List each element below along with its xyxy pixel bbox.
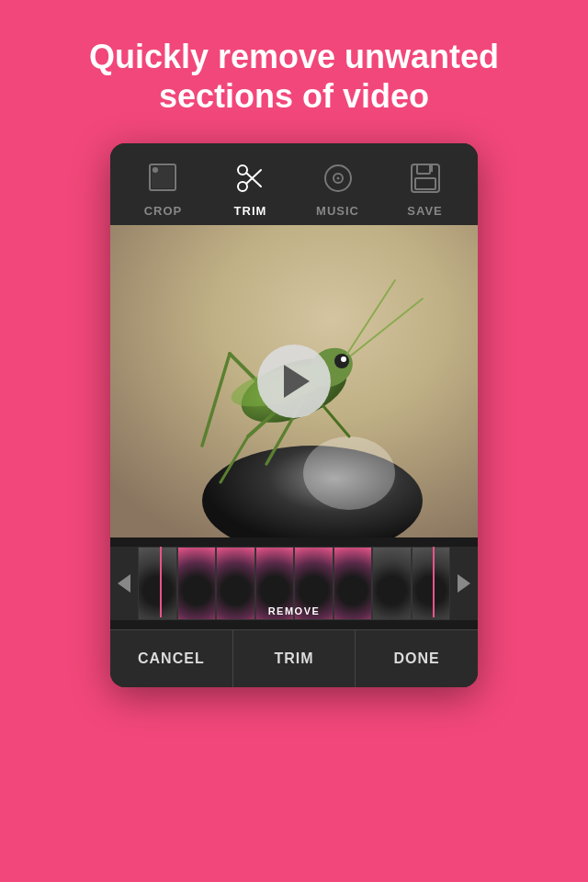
- toolbar-item-trim[interactable]: TRIM: [207, 158, 294, 218]
- end-handle-line: [433, 547, 435, 617]
- handle-start[interactable]: START: [138, 547, 183, 617]
- toolbar-item-save[interactable]: SAVE: [381, 158, 469, 218]
- music-label: MUSIC: [316, 204, 359, 218]
- play-triangle-icon: [284, 365, 310, 398]
- film-frame-content-7: [373, 548, 411, 619]
- timeline-left-arrow[interactable]: [110, 547, 138, 620]
- crop-label: CROP: [144, 204, 183, 218]
- timeline-right-arrow[interactable]: [450, 547, 478, 620]
- save-label: SAVE: [407, 204, 442, 218]
- crop-icon: [146, 161, 181, 196]
- crop-icon-area: [143, 158, 184, 198]
- film-frame-6: [334, 547, 373, 620]
- timeline-row: START END: [110, 547, 478, 620]
- svg-point-16: [303, 436, 395, 510]
- film-frame-content-6: [334, 548, 372, 619]
- toolbar-item-music[interactable]: MUSIC: [294, 158, 381, 218]
- film-frame-content-2: [178, 548, 216, 619]
- svg-rect-12: [415, 178, 435, 189]
- scissors-icon: [233, 161, 268, 196]
- timeline-area: START END: [110, 537, 478, 629]
- remove-label: REMOVE: [268, 605, 321, 616]
- svg-point-20: [341, 356, 346, 362]
- svg-rect-11: [417, 164, 430, 174]
- music-icon-area: [318, 158, 358, 198]
- done-button[interactable]: DONE: [356, 630, 478, 687]
- svg-rect-13: [429, 165, 433, 172]
- header-title: Quickly remove unwanted sections of vide…: [0, 0, 588, 143]
- play-button[interactable]: [257, 345, 331, 418]
- bottom-buttons: CANCEL TRIM DONE: [110, 629, 478, 687]
- trim-label: TRIM: [234, 204, 267, 218]
- filmstrip: START END: [138, 547, 450, 620]
- svg-rect-2: [152, 166, 174, 188]
- left-arrow-icon: [118, 574, 130, 593]
- toolbar: CROP TRIM: [110, 143, 478, 225]
- start-handle-line: [160, 547, 162, 617]
- right-arrow-icon: [458, 574, 470, 593]
- film-frame-7: [372, 547, 412, 620]
- video-area: [110, 225, 478, 537]
- svg-point-9: [336, 177, 339, 180]
- cancel-button[interactable]: CANCEL: [110, 630, 233, 687]
- music-icon: [321, 161, 356, 196]
- trim-icon-area: [231, 158, 271, 198]
- trim-button[interactable]: TRIM: [233, 630, 356, 687]
- phone-frame: CROP TRIM: [110, 143, 478, 687]
- save-icon-area: [405, 158, 446, 198]
- film-frame-content-3: [217, 548, 254, 619]
- film-frame-3: [216, 547, 255, 620]
- handle-end[interactable]: END: [416, 547, 450, 617]
- svg-line-6: [246, 173, 261, 187]
- svg-line-5: [246, 170, 261, 184]
- save-icon: [409, 162, 442, 195]
- toolbar-item-crop[interactable]: CROP: [119, 158, 207, 218]
